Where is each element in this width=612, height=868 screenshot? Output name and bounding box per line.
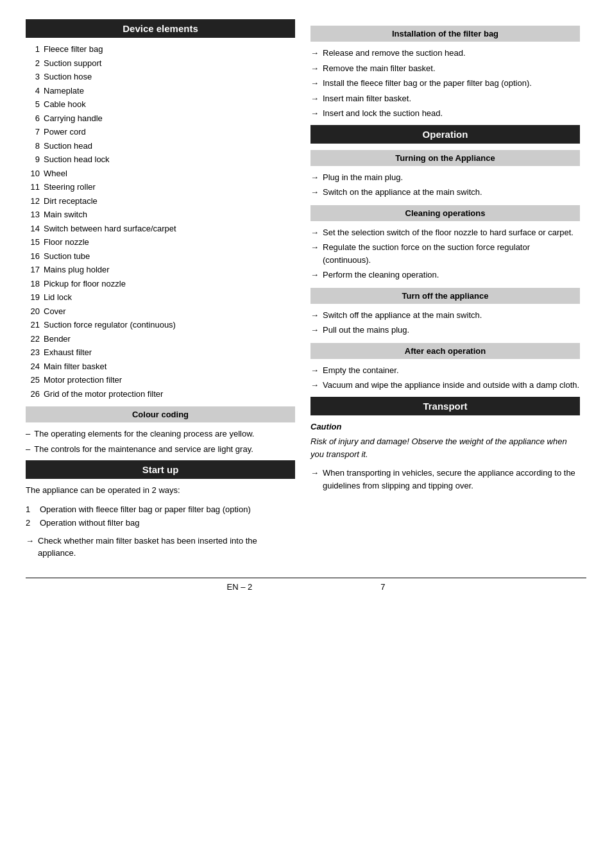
device-element-item: 2Suction support	[26, 57, 295, 70]
item-num: 25	[26, 374, 40, 387]
item-text: Bender	[44, 333, 71, 346]
step-text: Switch off the appliance at the main swi…	[323, 309, 482, 322]
device-elements-title: Device elements	[26, 19, 295, 38]
arrow-icon: →	[310, 92, 319, 105]
start-up-title: Start up	[26, 460, 295, 479]
item-text: Floor nozzle	[44, 236, 89, 249]
dash-icon: –	[26, 428, 30, 440]
turning-on-step: →Switch on the appliance at the main swi…	[310, 186, 580, 199]
after-each-step: →Empty the container.	[310, 364, 580, 377]
arrow-icon: →	[310, 309, 319, 322]
step-text: Plug in the main plug.	[323, 171, 403, 184]
device-element-item: 18Pickup for floor nozzle	[26, 278, 295, 290]
dash-icon: –	[26, 443, 30, 456]
device-element-item: 16Suction tube	[26, 250, 295, 263]
item-num: 20	[26, 305, 40, 318]
device-element-item: 4Nameplate	[26, 85, 295, 97]
arrow-icon: →	[310, 364, 319, 377]
item-text: Grid of the motor protection filter	[44, 388, 163, 401]
device-element-item: 6Carrying handle	[26, 112, 295, 125]
device-element-item: 12Dirt receptacle	[26, 195, 295, 208]
device-element-item: 23Exhaust filter	[26, 346, 295, 359]
step-text: Switch on the appliance at the main swit…	[323, 186, 482, 199]
item-text: Mains plug holder	[44, 263, 110, 276]
arrow-icon: →	[310, 226, 319, 239]
step-text: Release and remove the suction head.	[323, 47, 466, 60]
transport-title: Transport	[310, 397, 580, 415]
item-text: Dirt receptacle	[44, 195, 98, 208]
item-text: Exhaust filter	[44, 346, 92, 359]
turning-on-step: →Plug in the main plug.	[310, 171, 580, 184]
device-element-item: 11Steering roller	[26, 181, 295, 194]
start-up-check-list: → Check whether main filter basket has b…	[26, 535, 295, 560]
device-element-item: 21Suction force regulator (continuous)	[26, 319, 295, 331]
item-num: 21	[26, 319, 40, 331]
item-num: 9	[26, 153, 40, 166]
filter-step-item: →Remove the main filter basket.	[310, 62, 580, 75]
filter-step-item: →Insert and lock the suction head.	[310, 107, 580, 120]
cleaning-ops-steps: →Set the selection switch of the floor n…	[310, 226, 580, 281]
arrow-icon: →	[310, 171, 319, 184]
item-text: Main switch	[44, 208, 87, 221]
filter-bag-title: Installation of the filter bag	[310, 26, 580, 42]
device-element-item: 7Power cord	[26, 126, 295, 138]
turn-off-steps: →Switch off the appliance at the main sw…	[310, 309, 580, 337]
item-text: Power cord	[44, 126, 86, 138]
item-text: Pickup for floor nozzle	[44, 278, 126, 290]
device-element-item: 25Motor protection filter	[26, 374, 295, 387]
caution-text: Risk of injury and damage! Observe the w…	[310, 435, 580, 460]
step-text: Remove the main filter basket.	[323, 62, 436, 75]
item-text: Nameplate	[44, 85, 84, 97]
after-each-step: →Vacuum and wipe the appliance inside an…	[310, 379, 580, 392]
item-text: Lid lock	[44, 291, 72, 304]
item-text: Cover	[44, 305, 66, 318]
device-element-item: 19Lid lock	[26, 291, 295, 304]
item-text: Operation without filter bag	[40, 517, 139, 530]
operation-title: Operation	[310, 125, 580, 144]
item-num: 3	[26, 71, 40, 83]
item-num: 23	[26, 346, 40, 359]
step-text: Perform the cleaning operation.	[323, 269, 439, 281]
item-text: Suction support	[44, 57, 101, 70]
item-text: Switch between hard surface/carpet	[44, 222, 176, 235]
device-elements-list: 1Fleece filter bag2Suction support3Sucti…	[26, 43, 295, 400]
cleaning-ops-subtitle: Cleaning operations	[310, 205, 580, 221]
step-text: Set the selection switch of the floor no…	[323, 226, 574, 239]
item-num: 12	[26, 195, 40, 208]
item-num: 14	[26, 222, 40, 235]
startup-way-item: 2Operation without filter bag	[26, 517, 295, 530]
turning-on-steps: →Plug in the main plug.→Switch on the ap…	[310, 171, 580, 199]
item-num: 4	[26, 85, 40, 97]
item-num: 26	[26, 388, 40, 401]
item-text: Suction hose	[44, 71, 92, 83]
step-text: Insert main filter basket.	[323, 92, 411, 105]
item-text: Suction head lock	[44, 153, 110, 166]
right-column: Installation of the filter bag →Release …	[310, 19, 580, 565]
item-num: 7	[26, 126, 40, 138]
item-num: 15	[26, 236, 40, 249]
arrow-icon: →	[310, 186, 319, 199]
start-up-check-text: Check whether main filter basket has bee…	[38, 535, 295, 560]
page-ref: EN – 2	[227, 582, 253, 592]
turn-off-step: →Pull out the mains plug.	[310, 324, 580, 337]
filter-step-item: →Install the fleece filter bag or the pa…	[310, 77, 580, 90]
cleaning-op-step: →Perform the cleaning operation.	[310, 269, 580, 281]
arrow-icon: →	[310, 241, 319, 266]
filter-step-item: →Release and remove the suction head.	[310, 47, 580, 60]
device-element-item: 15Floor nozzle	[26, 236, 295, 249]
colour-coding-title: Colour coding	[26, 406, 295, 422]
arrow-icon: →	[310, 77, 319, 90]
step-text: Regulate the suction force on the suctio…	[323, 241, 580, 266]
device-element-item: 9Suction head lock	[26, 153, 295, 166]
item-num: 18	[26, 278, 40, 290]
start-up-ways-list: 1Operation with fleece filter bag or pap…	[26, 503, 295, 530]
colour-text: The controls for the maintenance and ser…	[34, 443, 253, 456]
item-num: 22	[26, 333, 40, 346]
device-element-item: 26Grid of the motor protection filter	[26, 388, 295, 401]
caution-label: Caution	[310, 421, 580, 433]
item-num: 10	[26, 167, 40, 180]
item-num: 11	[26, 181, 40, 194]
item-text: Motor protection filter	[44, 374, 122, 387]
item-text: Suction head	[44, 140, 92, 153]
device-element-item: 1Fleece filter bag	[26, 43, 295, 56]
